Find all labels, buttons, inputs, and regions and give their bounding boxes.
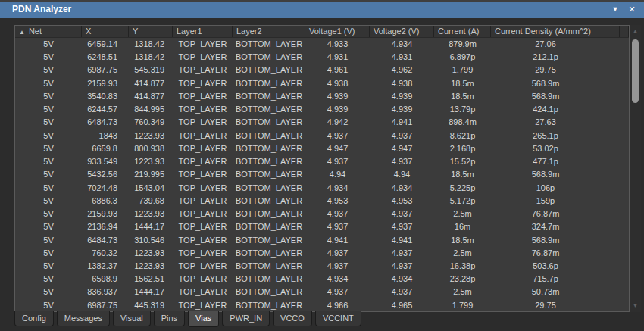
cell-voltage2: 4.934 xyxy=(370,182,434,195)
cell-voltage2: 4.934 xyxy=(370,273,434,286)
cell-current: 18.5m xyxy=(434,77,491,90)
tab-vccint[interactable]: VCCINT xyxy=(315,311,361,326)
table-row[interactable]: 5V 5432.56 219.995 TOP_LAYER BOTTOM_LAYE… xyxy=(15,168,629,181)
column-header-layer2[interactable]: Layer2 xyxy=(233,26,305,37)
cell-current: 6.897p xyxy=(434,51,491,64)
title-bar: PDN Analyzer ▼ ✕ xyxy=(0,0,644,18)
cell-layer1: TOP_LAYER xyxy=(173,64,233,77)
cell-net: 5V xyxy=(15,116,82,129)
table-row[interactable]: 5V 6987.75 445.319 TOP_LAYER BOTTOM_LAYE… xyxy=(15,299,629,311)
cell-voltage2: 4.934 xyxy=(370,38,434,51)
table-row[interactable]: 5V 760.32 1223.93 TOP_LAYER BOTTOM_LAYER… xyxy=(15,247,629,260)
column-header-current-density[interactable]: Current Density (A/mm^2) xyxy=(491,26,620,37)
tab-pwr_in[interactable]: PWR_IN xyxy=(222,311,270,326)
cell-current: 2.168p xyxy=(434,142,491,155)
cell-y: 1562.51 xyxy=(129,273,173,286)
cell-layer2: BOTTOM_LAYER xyxy=(233,234,305,247)
table-row[interactable]: 5V 836.937 1444.17 TOP_LAYER BOTTOM_LAYE… xyxy=(15,286,629,298)
cell-x: 6248.51 xyxy=(82,51,129,64)
cell-x: 6659.8 xyxy=(82,142,129,155)
cell-voltage2: 4.937 xyxy=(370,286,434,298)
cell-voltage1: 4.942 xyxy=(305,116,370,129)
table-body: 5V 6459.14 1318.42 TOP_LAYER BOTTOM_LAYE… xyxy=(15,38,629,311)
vertical-scrollbar[interactable]: ▲ ▼ xyxy=(630,25,641,312)
table-row[interactable]: 5V 6248.51 1318.42 TOP_LAYER BOTTOM_LAYE… xyxy=(15,51,629,64)
cell-voltage2: 4.953 xyxy=(370,195,434,208)
cell-current: 1.799 xyxy=(434,299,491,311)
tab-messages[interactable]: Messages xyxy=(57,311,110,326)
cell-current: 8.621p xyxy=(434,130,491,142)
panel-menu-icon[interactable]: ▼ xyxy=(609,2,621,17)
cell-layer1: TOP_LAYER xyxy=(173,247,233,260)
vias-results-table: ▲Net X Y Layer1 Layer2 Voltage1 (V) Volt… xyxy=(14,25,630,312)
cell-y: 445.319 xyxy=(129,299,173,311)
cell-layer1: TOP_LAYER xyxy=(173,234,233,247)
cell-layer1: TOP_LAYER xyxy=(173,260,233,273)
cell-current-density: 53.02p xyxy=(491,142,620,155)
cell-x: 6484.73 xyxy=(82,116,129,129)
cell-layer2: BOTTOM_LAYER xyxy=(233,208,305,220)
tab-vias[interactable]: Vias xyxy=(188,311,219,327)
tab-pins[interactable]: Pins xyxy=(154,311,185,326)
cell-net: 5V xyxy=(15,273,82,286)
cell-voltage2: 4.947 xyxy=(370,142,434,155)
column-header-x[interactable]: X xyxy=(82,26,129,37)
table-row[interactable]: 5V 6987.75 545.319 TOP_LAYER BOTTOM_LAYE… xyxy=(15,64,629,77)
cell-voltage1: 4.947 xyxy=(305,142,370,155)
table-row[interactable]: 5V 2136.94 1444.17 TOP_LAYER BOTTOM_LAYE… xyxy=(15,220,629,233)
table-row[interactable]: 5V 3540.83 414.877 TOP_LAYER BOTTOM_LAYE… xyxy=(15,90,629,103)
table-row[interactable]: 5V 6659.8 800.938 TOP_LAYER BOTTOM_LAYER… xyxy=(15,142,629,155)
cell-net: 5V xyxy=(15,234,82,247)
cell-x: 6886.3 xyxy=(82,195,129,208)
table-row[interactable]: 5V 2159.93 1223.93 TOP_LAYER BOTTOM_LAYE… xyxy=(15,208,629,220)
column-header-layer1[interactable]: Layer1 xyxy=(173,26,233,37)
cell-voltage2: 4.937 xyxy=(370,220,434,233)
cell-layer2: BOTTOM_LAYER xyxy=(233,64,305,77)
tab-visual[interactable]: Visual xyxy=(113,311,151,326)
scroll-up-icon[interactable]: ▲ xyxy=(630,26,641,36)
table-row[interactable]: 5V 2159.93 414.877 TOP_LAYER BOTTOM_LAYE… xyxy=(15,77,629,90)
cell-net: 5V xyxy=(15,38,82,51)
cell-layer1: TOP_LAYER xyxy=(173,168,233,181)
table-row[interactable]: 5V 6598.9 1562.51 TOP_LAYER BOTTOM_LAYER… xyxy=(15,273,629,286)
column-header-current[interactable]: Current (A) xyxy=(434,26,491,37)
column-header-voltage2[interactable]: Voltage2 (V) xyxy=(370,26,434,37)
scrollbar-thumb[interactable] xyxy=(632,39,639,103)
table-row[interactable]: 5V 6244.57 844.995 TOP_LAYER BOTTOM_LAYE… xyxy=(15,103,629,116)
table-row[interactable]: 5V 6459.14 1318.42 TOP_LAYER BOTTOM_LAYE… xyxy=(15,38,629,51)
table-row[interactable]: 5V 6886.3 739.68 TOP_LAYER BOTTOM_LAYER … xyxy=(15,195,629,208)
table-row[interactable]: 5V 1843 1223.93 TOP_LAYER BOTTOM_LAYER 4… xyxy=(15,130,629,142)
cell-x: 6484.73 xyxy=(82,234,129,247)
cell-voltage2: 4.937 xyxy=(370,155,434,168)
cell-x: 2159.93 xyxy=(82,77,129,90)
cell-net: 5V xyxy=(15,299,82,311)
cell-voltage1: 4.94 xyxy=(305,168,370,181)
cell-current: 18.5m xyxy=(434,234,491,247)
cell-current: 2.5m xyxy=(434,247,491,260)
table-row[interactable]: 5V 7024.48 1543.04 TOP_LAYER BOTTOM_LAYE… xyxy=(15,182,629,195)
cell-layer1: TOP_LAYER xyxy=(173,90,233,103)
scroll-down-icon[interactable]: ▼ xyxy=(630,301,641,311)
column-header-voltage1[interactable]: Voltage1 (V) xyxy=(305,26,370,37)
cell-x: 3540.83 xyxy=(82,90,129,103)
tab-vcco[interactable]: VCCO xyxy=(273,311,312,326)
cell-net: 5V xyxy=(15,51,82,64)
cell-voltage2: 4.94 xyxy=(370,168,434,181)
cell-y: 219.995 xyxy=(129,168,173,181)
table-row[interactable]: 5V 933.549 1223.93 TOP_LAYER BOTTOM_LAYE… xyxy=(15,155,629,168)
cell-y: 310.546 xyxy=(129,234,173,247)
tab-config[interactable]: Config xyxy=(14,311,54,326)
table-row[interactable]: 5V 1382.37 1223.93 TOP_LAYER BOTTOM_LAYE… xyxy=(15,260,629,273)
table-row[interactable]: 5V 6484.73 310.546 TOP_LAYER BOTTOM_LAYE… xyxy=(15,234,629,247)
cell-layer2: BOTTOM_LAYER xyxy=(233,168,305,181)
column-header-net[interactable]: ▲Net xyxy=(15,26,82,37)
cell-current-density: 29.75 xyxy=(491,64,620,77)
column-header-y[interactable]: Y xyxy=(129,26,173,37)
cell-current: 5.172p xyxy=(434,195,491,208)
cell-y: 760.349 xyxy=(129,116,173,129)
table-row[interactable]: 5V 6484.73 760.349 TOP_LAYER BOTTOM_LAYE… xyxy=(15,116,629,129)
close-icon[interactable]: ✕ xyxy=(626,2,638,17)
cell-current: 898.4m xyxy=(434,116,491,129)
cell-layer2: BOTTOM_LAYER xyxy=(233,220,305,233)
cell-current-density: 106p xyxy=(491,182,620,195)
